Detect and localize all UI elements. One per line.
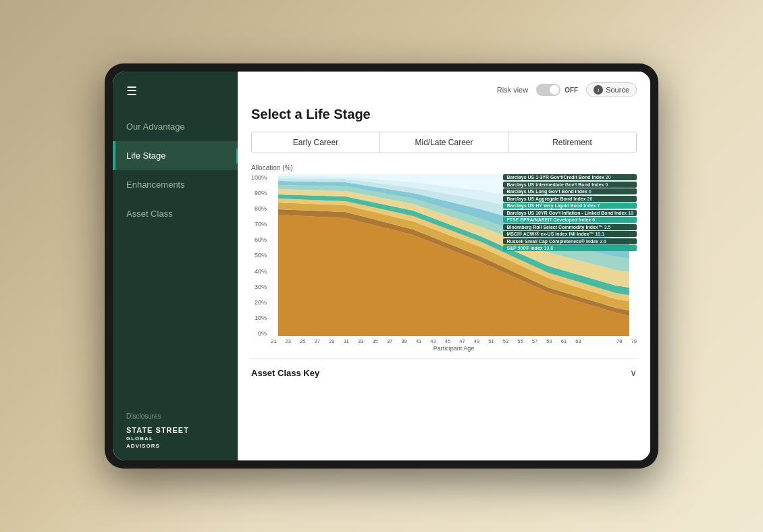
toggle-track[interactable] — [536, 84, 560, 96]
page-title: Select a Life Stage — [251, 107, 637, 122]
hamburger-menu-icon[interactable]: ☰ — [113, 72, 238, 105]
x-tick: 79 — [631, 338, 637, 344]
x-tick: 45 — [445, 338, 450, 344]
y-tick-60: 60% — [251, 236, 267, 243]
tab-mid-late-career[interactable]: Mid/Late Career — [380, 132, 508, 153]
tablet-screen: ☰ Our Advantage Life Stage Enhancements … — [113, 72, 650, 460]
x-tick: 41 — [416, 338, 421, 344]
x-tick: 29 — [329, 338, 334, 344]
x-tick: 23 — [286, 338, 291, 344]
source-button[interactable]: i Source — [586, 82, 637, 97]
chevron-down-icon: ∨ — [630, 367, 637, 378]
x-tick: 33 — [358, 338, 363, 344]
toggle-knob — [550, 85, 559, 95]
x-tick: 51 — [488, 338, 494, 344]
y-tick-90: 90% — [251, 190, 267, 196]
x-tick: 53 — [503, 338, 508, 344]
x-tick: 49 — [474, 338, 479, 344]
x-tick: 25 — [300, 338, 305, 344]
y-tick-30: 30% — [251, 284, 267, 290]
y-tick-10: 10% — [251, 315, 267, 321]
risk-view-toggle[interactable]: OFF — [536, 84, 578, 96]
x-tick: 27 — [314, 338, 319, 344]
tab-early-career[interactable]: Early Career — [252, 132, 380, 153]
x-tick: 59 — [546, 338, 552, 344]
x-axis-label: Participant Age — [271, 345, 637, 352]
tablet-frame: ☰ Our Advantage Life Stage Enhancements … — [105, 63, 658, 469]
y-tick-80: 80% — [251, 205, 267, 212]
main-content: Risk view OFF i Source Select a Life Sta… — [238, 72, 650, 460]
brand-logo: STATE STREET GLOBALADVISORS — [126, 425, 224, 450]
y-tick-0: 0% — [251, 330, 267, 337]
sidebar-item-enhancements[interactable]: Enhancements — [113, 170, 238, 199]
asset-class-key-label: Asset Class Key — [251, 368, 319, 378]
x-tick: 47 — [459, 338, 465, 344]
y-tick-40: 40% — [251, 268, 267, 275]
sidebar: ☰ Our Advantage Life Stage Enhancements … — [113, 72, 238, 460]
x-tick: 21 — [271, 338, 276, 344]
x-tick: 39 — [401, 338, 406, 344]
chart-section: Allocation (%) 100% 90% 80% 70% 60% 50% … — [251, 164, 637, 352]
disclosures-link[interactable]: Disclosures — [126, 413, 224, 420]
sidebar-item-life-stage[interactable]: Life Stage — [113, 141, 238, 170]
tab-retirement[interactable]: Retirement — [508, 132, 636, 153]
x-tick: 31 — [343, 338, 348, 344]
y-axis-label: Allocation (%) — [251, 164, 637, 171]
sidebar-footer: Disclosures STATE STREET GLOBALADVISORS — [113, 402, 238, 460]
risk-view-label: Risk view — [497, 86, 528, 94]
sidebar-item-asset-class[interactable]: Asset Class — [113, 199, 238, 228]
x-tick: 43 — [430, 338, 436, 344]
asset-class-key[interactable]: Asset Class Key ∨ — [251, 358, 637, 386]
active-indicator — [113, 141, 115, 170]
x-tick: 57 — [532, 338, 537, 344]
x-tick: 78 — [616, 338, 622, 344]
y-axis: 100% 90% 80% 70% 60% 50% 40% 30% 20% 10%… — [251, 174, 271, 352]
y-tick-70: 70% — [251, 221, 267, 228]
toggle-off-label: OFF — [564, 86, 578, 94]
sidebar-item-our-advantage[interactable]: Our Advantage — [113, 112, 238, 141]
x-tick: 55 — [517, 338, 523, 344]
life-stage-tabs: Early Career Mid/Late Career Retirement — [251, 132, 637, 153]
top-bar: Risk view OFF i Source — [251, 82, 637, 97]
y-tick-50: 50% — [251, 252, 267, 259]
x-tick: 37 — [387, 338, 392, 344]
y-tick-20: 20% — [251, 299, 267, 306]
x-tick: 61 — [561, 338, 567, 344]
chart-container: 100% 90% 80% 70% 60% 50% 40% 30% 20% 10%… — [251, 174, 637, 352]
x-tick: 63 — [575, 338, 581, 344]
allocation-chart — [271, 174, 637, 336]
y-tick-100: 100% — [251, 174, 267, 181]
sidebar-navigation: Our Advantage Life Stage Enhancements As… — [113, 105, 238, 402]
info-icon: i — [594, 85, 603, 95]
x-tick: 35 — [372, 338, 377, 344]
